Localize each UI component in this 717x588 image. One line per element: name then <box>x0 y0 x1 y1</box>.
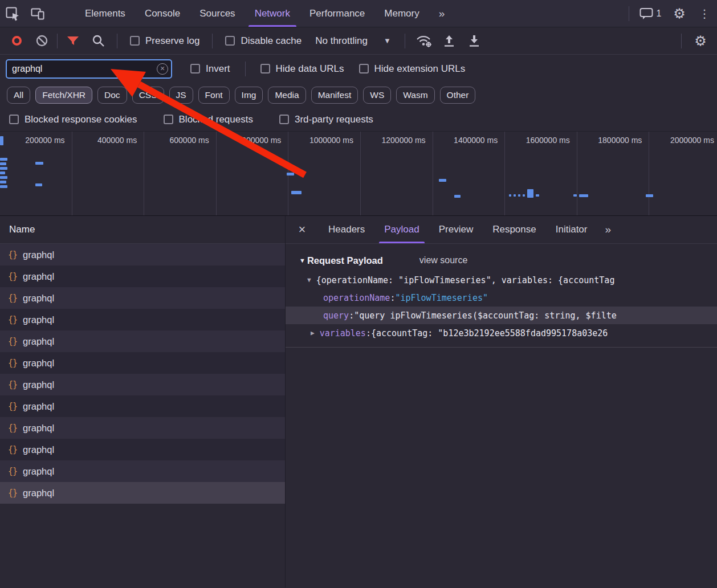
chip-ws[interactable]: WS <box>363 87 391 104</box>
json-braces-icon: {} <box>8 358 17 368</box>
payload-property-row[interactable]: operationName: "ipFlowTimeseries" <box>286 289 717 307</box>
json-braces-icon: {} <box>8 488 17 498</box>
detail-tab-preview[interactable]: Preview <box>429 216 483 243</box>
detail-tab-headers[interactable]: Headers <box>319 216 374 243</box>
request-row[interactable]: {}graphql <box>0 244 285 266</box>
chip-wasm[interactable]: Wasm <box>396 87 434 104</box>
chip-font[interactable]: Font <box>198 87 230 104</box>
tab-performance[interactable]: Performance <box>300 0 374 27</box>
chip-all[interactable]: All <box>7 87 30 104</box>
chip-fetch-xhr[interactable]: Fetch/XHR <box>35 87 92 104</box>
preserve-log-checkbox[interactable]: Preserve log <box>125 35 204 47</box>
network-overview-timeline[interactable]: 200000 ms 400000 ms 600000 ms 800000 ms … <box>0 132 717 216</box>
detail-tab-response[interactable]: Response <box>483 216 546 243</box>
devtools-tabbar: Elements Console Sources Network Perform… <box>0 0 717 27</box>
disable-cache-label: Disable cache <box>241 35 302 47</box>
search-button[interactable] <box>87 31 109 51</box>
tab-console[interactable]: Console <box>135 0 190 27</box>
clear-button[interactable] <box>31 31 52 51</box>
chip-manifest[interactable]: Manifest <box>311 87 358 104</box>
clear-filter-icon[interactable]: × <box>157 63 168 75</box>
third-party-requests-checkbox[interactable]: 3rd-party requests <box>275 114 378 125</box>
waterfall-bar <box>0 158 7 161</box>
detail-tab-payload[interactable]: Payload <box>374 216 429 243</box>
more-detail-tabs-icon[interactable]: » <box>597 216 619 243</box>
json-braces-icon: {} <box>8 379 17 390</box>
chip-media[interactable]: Media <box>268 87 305 104</box>
inspect-element-icon[interactable] <box>0 0 25 27</box>
json-braces-icon: {} <box>8 423 17 433</box>
chip-img[interactable]: Img <box>235 87 263 104</box>
waterfall-bar <box>0 185 7 188</box>
record-button[interactable] <box>6 31 27 51</box>
blocked-cookies-checkbox[interactable]: Blocked response cookies <box>5 114 142 125</box>
waterfall-bar <box>35 162 43 165</box>
hide-extension-urls-checkbox[interactable]: Hide extension URLs <box>355 63 470 75</box>
device-toolbar-icon[interactable] <box>25 0 50 27</box>
waterfall-bar <box>287 173 294 175</box>
network-settings-gear-icon[interactable]: ⚙ <box>690 31 711 51</box>
request-rows: {}graphql {}graphql {}graphql {}graphql … <box>0 244 285 504</box>
settings-gear-icon[interactable]: ⚙ <box>667 0 692 27</box>
chip-js[interactable]: JS <box>169 87 193 104</box>
waterfall-bar <box>291 191 302 194</box>
request-row[interactable]: {}graphql <box>0 352 285 374</box>
request-row[interactable]: {}graphql <box>0 460 285 482</box>
close-details-icon[interactable]: × <box>286 216 319 243</box>
chip-css[interactable]: CSS <box>132 87 164 104</box>
checkbox <box>260 64 270 74</box>
main-split: Name {}graphql {}graphql {}graphql {}gra… <box>0 216 717 587</box>
more-tabs-icon[interactable]: » <box>429 0 455 27</box>
view-source-link[interactable]: view source <box>419 255 467 266</box>
request-row[interactable]: {}graphql <box>0 330 285 352</box>
checkbox <box>279 115 289 124</box>
payload-summary-row[interactable]: ▼ {operationName: "ipFlowTimeseries", va… <box>286 271 717 289</box>
tab-label: Network <box>255 8 290 19</box>
request-row[interactable]: {}graphql <box>0 266 285 287</box>
request-row[interactable]: {}graphql <box>0 374 285 395</box>
request-row[interactable]: {}graphql <box>0 309 285 330</box>
tab-network[interactable]: Network <box>245 0 300 27</box>
waterfall-bar <box>439 179 446 182</box>
request-row[interactable]: {}graphql <box>0 417 285 439</box>
request-row[interactable]: {}graphql <box>0 287 285 309</box>
timeline-label: 2000000 ms <box>649 132 717 215</box>
request-name: graphql <box>23 401 54 412</box>
tab-label: Elements <box>85 8 125 19</box>
funnel-icon <box>67 36 79 46</box>
payload-property-row-selected[interactable]: query: "query ipFlowTimeseries($accountT… <box>286 307 717 324</box>
disable-cache-checkbox[interactable]: Disable cache <box>221 35 306 47</box>
tab-sources[interactable]: Sources <box>190 0 245 27</box>
network-conditions-button[interactable] <box>413 31 435 51</box>
detail-tab-initiator[interactable]: Initiator <box>546 216 597 243</box>
request-name: graphql <box>23 250 54 260</box>
request-payload-section[interactable]: ▼ Request Payload view source <box>286 250 717 271</box>
hide-data-urls-checkbox[interactable]: Hide data URLs <box>256 63 349 75</box>
request-name: graphql <box>23 315 54 325</box>
request-row[interactable]: {}graphql <box>0 439 285 460</box>
chip-doc[interactable]: Doc <box>97 87 127 104</box>
filter-toggle-button[interactable] <box>62 31 84 51</box>
invert-checkbox[interactable]: Invert <box>186 63 235 75</box>
request-row[interactable]: {}graphql <box>0 395 285 417</box>
throttling-select[interactable]: No throttling ▼ <box>309 35 397 47</box>
name-column-header[interactable]: Name <box>0 216 285 244</box>
network-toolbar: Preserve log Disable cache No throttling… <box>0 27 717 55</box>
request-row-selected[interactable]: {}graphql <box>0 482 285 504</box>
blocked-cookies-label: Blocked response cookies <box>25 114 137 125</box>
chip-other[interactable]: Other <box>440 87 476 104</box>
payload-property-row[interactable]: ▶ variables: {accountTag: "b12e3b2192ee5… <box>286 324 717 342</box>
download-icon <box>467 34 481 48</box>
filter-input[interactable] <box>6 59 172 79</box>
tab-memory[interactable]: Memory <box>374 0 429 27</box>
throttling-value: No throttling <box>315 35 368 47</box>
export-har-button[interactable] <box>463 31 485 51</box>
blocked-requests-label: Blocked requests <box>179 114 253 125</box>
issues-button[interactable]: 1 <box>634 0 667 27</box>
tab-elements[interactable]: Elements <box>75 0 135 27</box>
overflow-menu-icon[interactable]: ⋮ <box>692 0 717 27</box>
name-column-label: Name <box>9 224 35 235</box>
import-har-button[interactable] <box>438 31 460 51</box>
timeline-label: 1200000 ms <box>361 132 433 215</box>
blocked-requests-checkbox[interactable]: Blocked requests <box>159 114 258 125</box>
